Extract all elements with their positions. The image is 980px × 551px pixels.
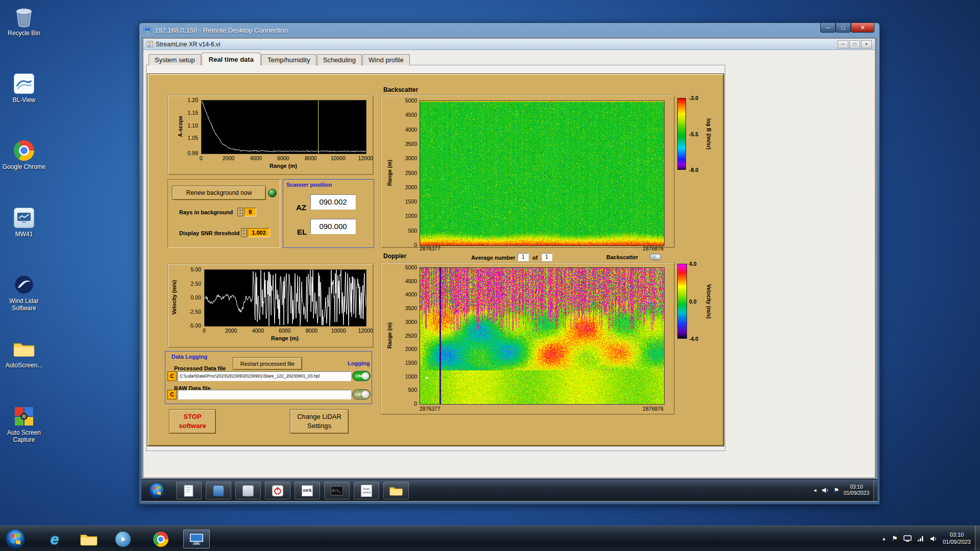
stop-software-button[interactable]: STOP software [169, 409, 216, 434]
desktop-icon-mw41[interactable]: MW41 [2, 206, 46, 238]
remote-taskbar-blue-app-icon[interactable] [206, 482, 231, 499]
backscatter-plot-area[interactable] [420, 101, 665, 246]
tab-temp-humidity[interactable]: Temp/humidity [261, 54, 316, 65]
desktop-icon-recycle-bin[interactable]: Recycle Bin [2, 5, 46, 37]
graph-cursor-crosshair[interactable]: + [425, 374, 428, 381]
network-icon[interactable] [917, 536, 924, 542]
app-window-icon [146, 41, 153, 47]
processed-logging-toggle[interactable]: ON [352, 371, 371, 381]
restart-processed-file-button[interactable]: Restart processed file [233, 357, 302, 370]
rays-in-background-label: Rays in background [179, 209, 233, 215]
action-center-flag-icon[interactable]: ⚑ [892, 535, 898, 542]
background-group: Renew background now Rays in background … [167, 179, 280, 248]
remote-taskbar-cmd-icon[interactable]: C:\_ [324, 482, 350, 499]
remote-taskbar-folder-icon[interactable] [383, 482, 409, 499]
hidden-icons-chevron[interactable]: ▲ [881, 536, 886, 541]
axis-tick: 3000 [405, 319, 417, 325]
rdc-minimize-button[interactable]: ─ [820, 23, 836, 33]
axis-tick: 10000 [331, 328, 346, 334]
doppler-colorbar: 4.00.0-4.0 Velocity (m/s) [677, 264, 724, 339]
scanner-position-group: Scanner position AZ 090.002 EL 090.000 [283, 179, 374, 248]
display-icon[interactable] [903, 535, 912, 542]
raw-path-browse-button[interactable]: C [167, 390, 177, 399]
remote-start-button[interactable] [149, 482, 165, 498]
processed-path-browse-button[interactable]: C [167, 371, 177, 381]
data-logging-group: Data Logging Processed Data file Restart… [165, 351, 372, 404]
rdc-close-button[interactable]: ✕ [851, 23, 874, 33]
backscatter-colorbar-label: log B (/m/sr) [706, 118, 712, 149]
desktop-icon-wind-lidar-software[interactable]: Wind Lidar Software [2, 273, 46, 312]
remote-taskbar-editor-icon[interactable] [176, 482, 202, 499]
rdc-titlebar[interactable]: 192.168.0.150 - Remote Desktop Connectio… [139, 23, 879, 37]
app-titlebar[interactable]: StreamLine XR v14-6.vi ─ □ × [143, 39, 875, 50]
processed-data-file-path[interactable]: C:\Lidar\Data\Proc\2023\202309\20230901\… [178, 371, 351, 381]
rays-spinner[interactable]: ▲▼ [237, 208, 243, 216]
taskbar-windows-explorer-icon[interactable] [76, 530, 102, 548]
desktop-icon-auto-screen-capture[interactable]: Auto Screen Capture [2, 405, 46, 444]
tab-scheduling[interactable]: Scheduling [317, 54, 362, 65]
app-restore-button[interactable]: □ [849, 40, 860, 48]
desktop-icon-google-chrome[interactable]: Google Chrome [2, 139, 46, 171]
remote-clock[interactable]: 03:10 01/09/2023 [844, 484, 869, 497]
axis-tick: 2000 [405, 346, 417, 352]
raw-logging-toggle[interactable]: OFF [352, 389, 371, 399]
app-close-button[interactable]: × [861, 40, 872, 48]
remote-show-desktop-button[interactable] [873, 480, 877, 501]
desktop-icon-bl-view[interactable]: BL-View [2, 72, 46, 104]
remote-taskbar-xr-app-icon[interactable]: XR⇅ [295, 482, 320, 499]
backscatter-toggle-label: Backscatter [606, 254, 638, 260]
rdc-maximize-button[interactable]: □ [836, 23, 851, 33]
processed-data-file-label: Processed Data file [174, 365, 226, 371]
remote-clock-time: 03:10 [844, 484, 869, 491]
snr-spinner[interactable]: ▲▼ [241, 228, 247, 237]
taskbar-remote-desktop-icon[interactable] [183, 530, 210, 548]
taskbar-internet-explorer-icon[interactable]: e [41, 530, 68, 548]
start-button[interactable] [5, 529, 26, 549]
taskbar-clock[interactable]: 03:10 01/09/2023 [943, 532, 971, 546]
change-lidar-settings-button[interactable]: Change LiDAR Settings [290, 409, 349, 434]
axis-tick: 2000 [225, 328, 237, 334]
remote-taskbar-gray-app-icon[interactable] [235, 482, 261, 499]
average-number-input[interactable]: 1 [518, 253, 529, 261]
axis-tick: 3500 [405, 141, 417, 147]
doppler-colorbar-label: Velocity (m/s) [706, 284, 712, 319]
remote-volume-icon[interactable] [822, 487, 829, 493]
doppler-plot-area[interactable] [420, 267, 665, 405]
tab-real-time-data[interactable]: Real time data [202, 53, 261, 65]
axis-tick: 1000 [405, 213, 417, 219]
tab-system-setup[interactable]: System setup [149, 54, 201, 65]
remote-hidden-icons-chevron[interactable]: ◄ [813, 488, 817, 493]
axis-tick: 500 [408, 228, 417, 234]
tab-wind-profile[interactable]: Wind profile [362, 54, 410, 65]
remote-action-center-flag-icon[interactable]: ⚑ [834, 487, 839, 494]
raw-data-file-path[interactable] [178, 390, 351, 399]
average-total-input[interactable]: 1 [541, 253, 552, 261]
velocity-plot-area[interactable] [204, 269, 366, 327]
remote-taskbar-power-icon[interactable] [265, 482, 290, 499]
snr-threshold-value[interactable]: 1.002 [248, 228, 270, 237]
axis-tick: 2500 [405, 170, 417, 176]
volume-icon[interactable] [930, 536, 937, 542]
app-minimize-button[interactable]: ─ [838, 40, 848, 48]
a-scope-plot-area[interactable] [201, 100, 366, 154]
renew-background-button[interactable]: Renew background now [172, 186, 266, 200]
el-value[interactable]: 090.000 [310, 219, 356, 234]
toggle-knob [362, 372, 369, 380]
taskbar-chrome-icon[interactable] [148, 530, 174, 548]
a-scope-y-ticks: 1.201.151.101.050.99 [168, 100, 199, 153]
of-label: of [532, 255, 537, 261]
a-scope-graph: A-scope 1.201.151.101.050.99 02000400060… [167, 95, 374, 175]
az-value[interactable]: 090.002 [310, 194, 356, 210]
snr-threshold-label: Display SNR threshold [179, 230, 240, 236]
rays-in-background-value[interactable]: 8 [244, 208, 256, 216]
taskbar-media-player-icon[interactable] [110, 530, 136, 548]
remote-clock-date: 01/09/2023 [844, 490, 869, 497]
desktop-icon-autoscreen-folder[interactable]: AutoScreen... [2, 337, 46, 369]
bl-view-icon [12, 72, 36, 95]
remote-taskbar-scan-sched-icon[interactable]: Scansched [354, 482, 379, 499]
show-desktop-button[interactable] [975, 526, 980, 551]
toggle-knob [656, 255, 660, 259]
folder-icon [12, 337, 36, 361]
backscatter-toggle[interactable] [649, 254, 662, 260]
wind-lidar-icon [12, 273, 36, 296]
